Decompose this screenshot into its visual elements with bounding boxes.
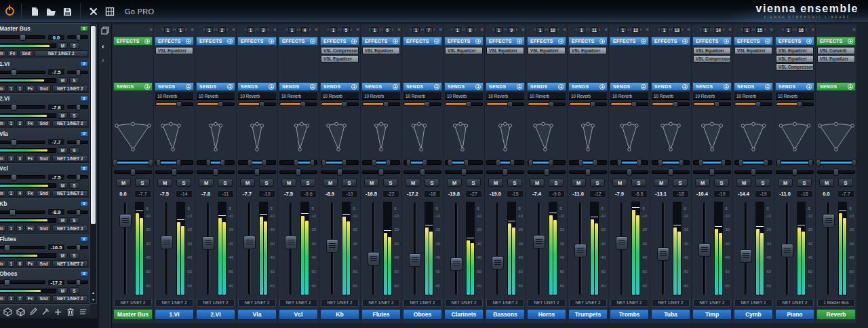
width-right-handle[interactable]: [808, 159, 813, 166]
fader-handle[interactable]: [243, 236, 256, 249]
volume-slider-handle[interactable]: [20, 34, 26, 41]
peak-value[interactable]: -9.0: [548, 190, 565, 198]
volume-slider[interactable]: [0, 280, 45, 284]
fader-handle[interactable]: [368, 252, 380, 266]
port-next-icon[interactable]: ›: [751, 27, 753, 33]
stereo-width-slider[interactable]: [610, 159, 648, 167]
effect-slot[interactable]: VSL Equalizer: [817, 55, 855, 62]
effects-header[interactable]: EFFECTS: [237, 37, 277, 45]
channel-prev-icon[interactable]: ‹: [382, 27, 383, 33]
channel-name-button[interactable]: Vcl: [279, 309, 318, 320]
output-button[interactable]: NET 1/NET 2: [279, 299, 317, 307]
send-level-slider[interactable]: [197, 101, 235, 108]
effects-header[interactable]: EFFECTS: [113, 37, 153, 45]
surround-panner[interactable]: [403, 118, 441, 158]
port-prev-icon[interactable]: ‹: [328, 27, 329, 33]
solo-button[interactable]: S: [69, 147, 79, 154]
pan-slider[interactable]: [67, 280, 88, 284]
width-left-handle[interactable]: [248, 159, 252, 166]
fader-handle[interactable]: [492, 256, 504, 270]
collapse-strip-icon[interactable]: «: [439, 26, 442, 33]
midi-port-number[interactable]: 1: [743, 27, 751, 33]
pan-slider-handle[interactable]: [296, 168, 301, 176]
port-next-icon[interactable]: ›: [379, 27, 380, 33]
width-left-handle[interactable]: [776, 159, 781, 166]
pan-slider[interactable]: [67, 141, 88, 144]
width-right-handle[interactable]: [262, 159, 267, 166]
pan-slider-handle[interactable]: [378, 168, 384, 176]
channel-prev-icon[interactable]: ‹: [506, 27, 507, 33]
mute-button[interactable]: M: [58, 147, 68, 154]
solo-button[interactable]: S: [342, 179, 357, 187]
midi-channel-number[interactable]: 4: [301, 27, 309, 33]
solo-button[interactable]: S: [69, 182, 79, 189]
port-prev-icon[interactable]: ‹: [410, 27, 412, 33]
pan-slider[interactable]: [67, 175, 88, 179]
fader-handle[interactable]: [823, 214, 835, 227]
mute-button[interactable]: M: [58, 112, 68, 119]
channel-name-button[interactable]: Trumpets: [568, 309, 608, 320]
mute-button[interactable]: M: [58, 287, 68, 294]
port-prev-icon[interactable]: ‹: [576, 27, 577, 33]
send-slider-handle[interactable]: [673, 101, 678, 107]
port-next-icon[interactable]: ›: [627, 27, 629, 33]
fader-handle[interactable]: [781, 244, 793, 257]
midi-channel-number[interactable]: 13: [673, 27, 681, 33]
peak-value[interactable]: -12: [589, 190, 606, 198]
width-right-handle[interactable]: [637, 159, 642, 166]
midi-channel-chip[interactable]: 4: [16, 190, 24, 197]
midi-channel-number[interactable]: 14: [715, 27, 722, 33]
send-slot[interactable]: 10 Reverb: [445, 92, 483, 100]
width-right-handle[interactable]: [310, 159, 315, 166]
effects-header[interactable]: EFFECTS: [816, 37, 856, 45]
stereo-width-slider[interactable]: [155, 159, 193, 167]
send-slider-handle[interactable]: [342, 101, 347, 107]
width-right-handle[interactable]: [422, 159, 427, 166]
pan-slider[interactable]: [114, 168, 152, 176]
pan-slider[interactable]: [197, 168, 235, 176]
add-send-icon[interactable]: [765, 84, 770, 90]
rename-button[interactable]: [29, 307, 37, 316]
pan-slider[interactable]: [67, 71, 88, 74]
mute-button[interactable]: M: [571, 179, 586, 187]
tool-button[interactable]: [41, 307, 50, 316]
volume-slider[interactable]: [0, 105, 45, 109]
mute-button[interactable]: M: [58, 42, 68, 49]
solo-button[interactable]: S: [838, 179, 853, 187]
solo-button[interactable]: S: [755, 179, 770, 187]
effect-slot[interactable]: VSL Equalizer: [693, 47, 731, 54]
channel-next-icon[interactable]: ›: [475, 27, 476, 33]
pan-slider-handle[interactable]: [76, 34, 81, 41]
add-send-icon[interactable]: [682, 84, 688, 90]
pan-slider-handle[interactable]: [213, 168, 218, 176]
collapse-strip-icon[interactable]: «: [274, 26, 277, 33]
surround-panner[interactable]: [486, 118, 524, 158]
input-chip[interactable]: In: [0, 190, 6, 197]
midi-port-chip[interactable]: 1: [7, 120, 15, 127]
sends-header[interactable]: SENDS: [237, 82, 277, 91]
preferences-button[interactable]: [85, 3, 102, 20]
effect-slot[interactable]: VSL Equalizer: [569, 47, 607, 54]
peak-value[interactable]: -18: [672, 190, 689, 198]
surround-panner[interactable]: [155, 118, 193, 158]
pan-slider[interactable]: [734, 168, 772, 176]
open-project-button[interactable]: [43, 3, 59, 20]
send-level-slider[interactable]: [734, 101, 772, 108]
midi-channel-chip[interactable]: 3: [16, 155, 24, 162]
delete-channel-button[interactable]: [66, 307, 75, 316]
channel-prev-icon[interactable]: ‹: [713, 27, 714, 33]
stereo-width-slider[interactable]: [279, 159, 317, 167]
collapse-strip-icon[interactable]: «: [522, 26, 525, 33]
effects-header[interactable]: EFFECTS: [651, 37, 690, 45]
midi-channel-chip[interactable]: 1: [16, 85, 24, 92]
add-effect-icon[interactable]: [848, 39, 853, 44]
effect-slot[interactable]: VSL Equalizer: [445, 47, 483, 54]
input-chip[interactable]: In: [0, 295, 6, 302]
mute-button[interactable]: M: [240, 179, 255, 187]
fx-chip[interactable]: Fx: [25, 225, 36, 232]
sort-button[interactable]: [79, 307, 87, 316]
add-effect-icon[interactable]: [351, 39, 357, 44]
collapse-strip-icon[interactable]: «: [605, 26, 608, 33]
width-right-handle[interactable]: [220, 159, 225, 166]
add-effect-icon[interactable]: [227, 39, 233, 44]
